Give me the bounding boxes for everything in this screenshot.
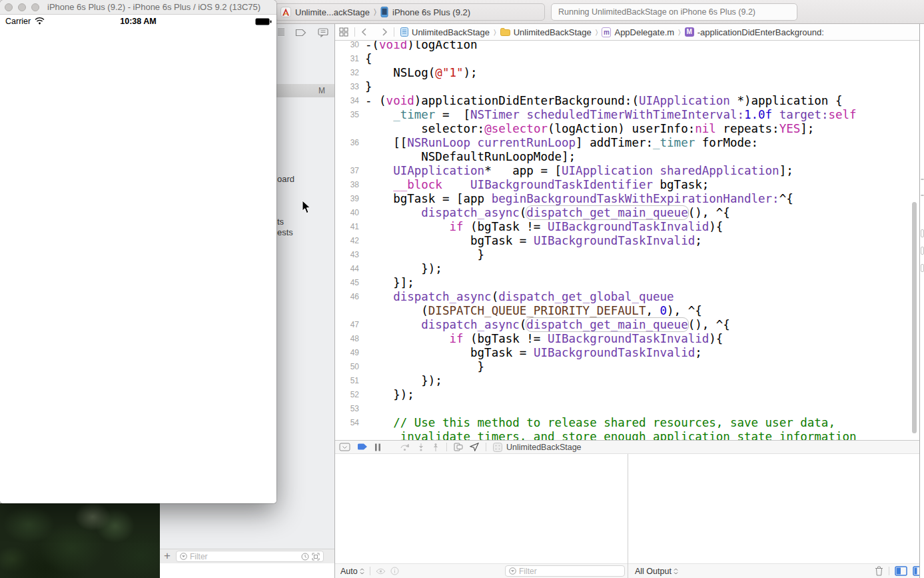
code-line: 38 __block UIBackgroundTaskIdentifier bg… [335,178,919,192]
navigator-file-fragment[interactable]: ests [277,227,293,237]
forward-button[interactable] [382,28,388,36]
code-line: 36 [[NSRunLoop currentRunLoop] addTimer:… [335,136,919,150]
code-line: 39 bgTask = [app beginBackgroundTaskWith… [335,192,919,206]
ios-status-bar: Carrier 10:38 AM [0,15,276,28]
clear-console-trash-icon[interactable] [875,566,883,576]
line-number: 38 [335,178,359,192]
variables-scope-popup[interactable]: Auto [340,567,364,576]
process-name[interactable]: UnlimitedBackStage [506,443,582,452]
simulator-screen[interactable] [0,28,276,503]
recent-files-clock-icon[interactable] [301,553,309,561]
quicklook-info-icon[interactable] [390,567,399,575]
step-into-button[interactable] [417,443,425,451]
code-line: 34- (void)applicationDidEnterBackground:… [335,94,919,108]
battery-icon [255,18,272,25]
activity-viewer: Running UnlimitedBackStage on iPhone 6s … [551,3,797,21]
process-app-icon [493,443,502,452]
jumpbar-file[interactable]: AppDelegate.m [614,27,674,37]
navigator-filter-field[interactable]: Filter [176,551,324,562]
code-line: 44 }); [335,262,919,276]
code-line: 53 [335,402,919,416]
step-out-button[interactable] [432,443,440,451]
line-number: 51 [335,374,359,388]
code-line: selector:@selector(logAction) userInfo:n… [335,122,919,136]
line-number [335,430,359,440]
code-line: 52 }); [335,388,919,402]
sliver-mark [921,247,924,255]
breakpoint-navigator-icon[interactable] [295,29,306,37]
right-panel-edge [919,24,924,578]
ios-simulator-window: iPhone 6s Plus (9.2) - iPhone 6s Plus / … [0,0,276,503]
console-scope-popup[interactable]: All Output [635,567,678,576]
show-summaries-eye-icon[interactable] [376,568,386,575]
code-line: 33} [335,80,919,94]
navigator-filter-bar: + Filter [160,549,334,563]
minimize-window-button[interactable] [18,3,26,11]
mouse-cursor [302,200,311,214]
variables-filter-field[interactable]: Filter [505,565,625,577]
line-number: 41 [335,220,359,234]
code-line: 51 }); [335,374,919,388]
desktop-wallpaper-forest [0,503,160,578]
source-control-status-icon[interactable] [312,553,320,561]
jumpbar-project[interactable]: UnlimitedBackStage [412,27,490,37]
line-number: 49 [335,346,359,360]
code-line: 45 }]; [335,276,919,290]
jumpbar-group[interactable]: UnlimitedBackStage [514,27,592,37]
code-line: 48 if (bgTask != UIBackgroundTaskInvalid… [335,332,919,346]
source-editor: UnlimitedBackStage 〉 UnlimitedBackStage … [334,24,919,440]
back-button[interactable] [361,28,367,36]
console-view[interactable] [628,454,920,563]
debug-bar: UnlimitedBackStage [335,440,920,454]
app-icon [280,7,291,17]
simulate-location-button[interactable] [470,443,479,451]
report-navigator-icon[interactable] [318,28,328,37]
line-number: 30 [335,41,359,52]
navigator-file-fragment[interactable]: oard [277,174,294,184]
breakpoints-toggle-button[interactable] [357,443,368,451]
debug-area: UnlimitedBackStage Auto Filter [334,440,919,578]
activity-text: Running UnlimitedBackStage on iPhone 6s … [558,7,755,17]
file-status-badge: M [318,86,325,95]
zoom-window-button[interactable] [31,3,39,11]
sliver-mark [921,195,924,196]
line-number: 35 [335,108,359,122]
scheme-chevron-icon: 〉 [374,7,376,17]
editor-scrollbar[interactable] [912,202,917,433]
pause-button[interactable] [374,443,381,451]
navigator-file-fragment[interactable]: ts [277,217,284,227]
simulator-titlebar[interactable]: iPhone 6s Plus (9.2) - iPhone 6s Plus / … [0,0,276,15]
sliver-mark [921,264,924,272]
line-number: 31 [335,52,359,66]
toggle-variables-view-button[interactable] [895,566,907,576]
jump-bar: UnlimitedBackStage 〉 UnlimitedBackStage … [335,24,920,41]
line-number: 45 [335,276,359,290]
implementation-file-icon: m [602,27,611,37]
code-line: 46 dispatch_async(dispatch_get_global_qu… [335,290,919,304]
variables-view[interactable] [335,454,628,563]
close-window-button[interactable] [5,3,13,11]
view-debugger-button[interactable] [454,443,463,451]
scheme-selector[interactable]: Unlimite...ackStage 〉 iPhone 6s Plus (9.… [274,3,545,21]
code-line: 42 bgTask = UIBackgroundTaskInvalid; [335,234,919,248]
code-view[interactable]: 30-(void)logAction31{32 NSLog(@"1");33}3… [335,41,919,440]
scheme-name[interactable]: Unlimite...ackStage [295,7,370,17]
line-number: 42 [335,234,359,248]
related-items-icon[interactable] [339,27,348,37]
step-over-button[interactable] [400,443,410,451]
line-number: 47 [335,318,359,332]
code-line: 49 bgTask = UIBackgroundTaskInvalid; [335,346,919,360]
project-doc-icon [400,27,408,37]
add-button[interactable]: + [164,549,171,563]
code-line: 50 } [335,360,919,374]
sliver-mark [921,229,924,237]
device-icon [380,7,388,17]
line-number [335,150,359,164]
line-number: 46 [335,290,359,304]
line-number: 43 [335,248,359,262]
hide-debug-area-button[interactable] [339,443,350,451]
destination-name[interactable]: iPhone 6s Plus (9.2) [392,7,470,17]
code-line: 31{ [335,52,919,66]
variables-footer: Auto Filter [335,563,628,578]
jumpbar-symbol[interactable]: -applicationDidEnterBackground: [697,27,824,37]
